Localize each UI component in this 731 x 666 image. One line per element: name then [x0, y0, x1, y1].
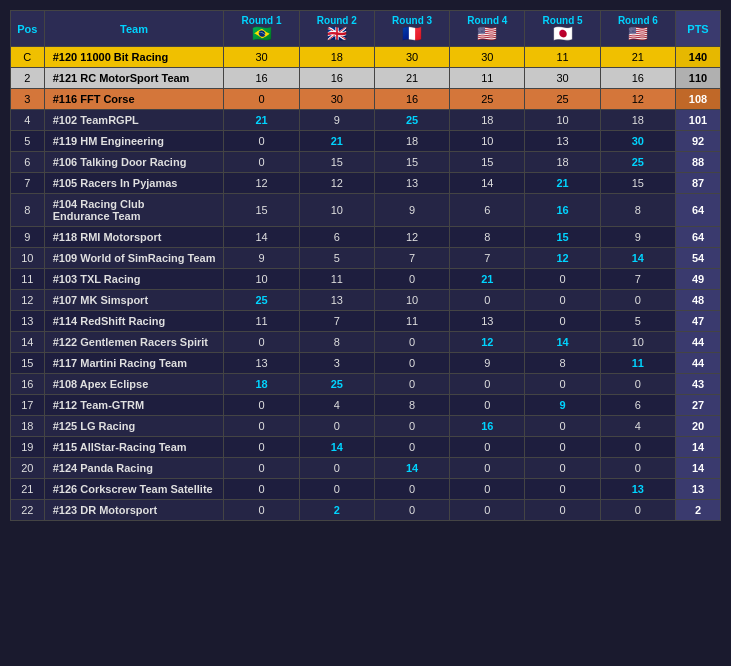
pos-cell: 5	[11, 131, 45, 152]
pos-cell: 13	[11, 311, 45, 332]
score-cell: 0	[525, 416, 600, 437]
score-cell: 21	[450, 269, 525, 290]
round5-flag: 🇯🇵	[527, 26, 597, 42]
team-cell: #119 HM Engineering	[44, 131, 224, 152]
table-row: 8#104 Racing ClubEndurance Team151096168…	[11, 194, 721, 227]
round6-flag: 🇺🇸	[603, 26, 673, 42]
pts-cell: 92	[676, 131, 721, 152]
score-cell: 0	[450, 500, 525, 521]
pos-cell: 12	[11, 290, 45, 311]
score-cell: 16	[525, 194, 600, 227]
round3-header: Round 3 🇫🇷	[374, 11, 449, 47]
score-cell: 14	[299, 437, 374, 458]
pts-cell: 13	[676, 479, 721, 500]
table-row: 5#119 HM Engineering0211810133092	[11, 131, 721, 152]
standings-table: Pos Team Round 1 🇧🇷 Round 2 🇬🇧 Round 3 🇫…	[10, 10, 721, 521]
score-cell: 16	[600, 68, 675, 89]
score-cell: 0	[600, 500, 675, 521]
score-cell: 13	[525, 131, 600, 152]
score-cell: 18	[525, 152, 600, 173]
pos-cell: 16	[11, 374, 45, 395]
score-cell: 8	[374, 395, 449, 416]
score-cell: 30	[374, 47, 449, 68]
table-row: 20#124 Panda Racing001400014	[11, 458, 721, 479]
score-cell: 25	[450, 89, 525, 110]
pos-cell: 7	[11, 173, 45, 194]
score-cell: 10	[600, 332, 675, 353]
score-cell: 8	[525, 353, 600, 374]
pts-cell: 101	[676, 110, 721, 131]
table-row: 16#108 Apex Eclipse1825000043	[11, 374, 721, 395]
score-cell: 16	[299, 68, 374, 89]
score-cell: 6	[600, 395, 675, 416]
pts-cell: 14	[676, 437, 721, 458]
score-cell: 0	[525, 290, 600, 311]
score-cell: 21	[525, 173, 600, 194]
table-row: 11#103 TXL Racing10110210749	[11, 269, 721, 290]
score-cell: 21	[299, 131, 374, 152]
pos-cell: 3	[11, 89, 45, 110]
score-cell: 9	[374, 194, 449, 227]
table-row: 21#126 Corkscrew Team Satellite000001313	[11, 479, 721, 500]
score-cell: 15	[224, 194, 299, 227]
score-cell: 13	[600, 479, 675, 500]
score-cell: 21	[374, 68, 449, 89]
score-cell: 13	[450, 311, 525, 332]
round1-flag: 🇧🇷	[226, 26, 296, 42]
pts-cell: 54	[676, 248, 721, 269]
table-row: 22#123 DR Motorsport0200002	[11, 500, 721, 521]
pts-cell: 87	[676, 173, 721, 194]
score-cell: 9	[450, 353, 525, 374]
score-cell: 0	[374, 416, 449, 437]
team-header: Team	[44, 11, 224, 47]
pos-cell: 4	[11, 110, 45, 131]
score-cell: 10	[299, 194, 374, 227]
score-cell: 30	[525, 68, 600, 89]
score-cell: 0	[224, 152, 299, 173]
team-cell: #106 Talking Door Racing	[44, 152, 224, 173]
score-cell: 9	[600, 227, 675, 248]
score-cell: 12	[224, 173, 299, 194]
team-cell: #123 DR Motorsport	[44, 500, 224, 521]
score-cell: 0	[374, 437, 449, 458]
pts-cell: 64	[676, 194, 721, 227]
pos-cell: 9	[11, 227, 45, 248]
round4-flag: 🇺🇸	[452, 26, 522, 42]
score-cell: 0	[224, 458, 299, 479]
score-cell: 6	[299, 227, 374, 248]
pts-cell: 47	[676, 311, 721, 332]
score-cell: 18	[299, 47, 374, 68]
score-cell: 13	[224, 353, 299, 374]
pos-cell: 17	[11, 395, 45, 416]
score-cell: 15	[450, 152, 525, 173]
table-row: 7#105 Racers In Pyjamas12121314211587	[11, 173, 721, 194]
score-cell: 18	[600, 110, 675, 131]
pts-header: PTS	[676, 11, 721, 47]
table-row: 4#102 TeamRGPL21925181018101	[11, 110, 721, 131]
score-cell: 0	[600, 458, 675, 479]
pts-cell: 14	[676, 458, 721, 479]
score-cell: 18	[450, 110, 525, 131]
score-cell: 0	[374, 479, 449, 500]
score-cell: 8	[600, 194, 675, 227]
table-row: 12#107 MK Simsport25131000048	[11, 290, 721, 311]
score-cell: 18	[374, 131, 449, 152]
team-cell: #112 Team-GTRM	[44, 395, 224, 416]
table-row: 14#122 Gentlemen Racers Spirit0801214104…	[11, 332, 721, 353]
pts-cell: 44	[676, 353, 721, 374]
score-cell: 14	[525, 332, 600, 353]
score-cell: 14	[224, 227, 299, 248]
pts-cell: 2	[676, 500, 721, 521]
score-cell: 0	[450, 395, 525, 416]
score-cell: 15	[374, 152, 449, 173]
score-cell: 8	[299, 332, 374, 353]
team-cell: #117 Martini Racing Team	[44, 353, 224, 374]
table-row: 9#118 RMI Motorsport14612815964	[11, 227, 721, 248]
table-row: 3#116 FFT Corse03016252512108	[11, 89, 721, 110]
score-cell: 7	[299, 311, 374, 332]
score-cell: 0	[525, 500, 600, 521]
team-cell: #125 LG Racing	[44, 416, 224, 437]
score-cell: 0	[224, 500, 299, 521]
team-cell: #126 Corkscrew Team Satellite	[44, 479, 224, 500]
score-cell: 0	[450, 374, 525, 395]
